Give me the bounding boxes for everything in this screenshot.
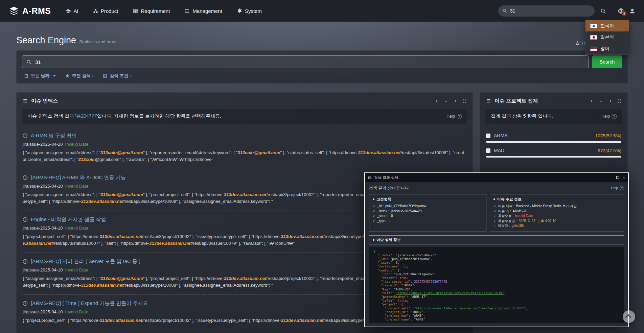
- question-icon: ?: [620, 186, 624, 190]
- chevron-left-icon[interactable]: [590, 99, 594, 103]
- us-flag-icon: [590, 47, 597, 51]
- brand-logo-icon: [9, 6, 19, 16]
- main-search-field[interactable]: [22, 55, 589, 68]
- filter-condition[interactable]: 검색 조건 :: [103, 73, 131, 79]
- json-line: "parentReqKey": "ARMS-17",: [374, 295, 619, 299]
- project-count: 1075(52.5%): [595, 133, 621, 138]
- json-line: "sortValues": [],: [374, 265, 619, 268]
- json-line: "_id": "puN_YZYBaKa7OYiqwohw",: [374, 257, 619, 261]
- issue-title-link[interactable]: [ARMS-REQ] ( Time ) Expand 기능을 만들어 주세요: [31, 300, 148, 307]
- lang-option-kr[interactable]: 한국어: [585, 20, 629, 31]
- expand-icon[interactable]: [617, 99, 621, 103]
- issue-index-name: jiraissue-2025-04-10: [23, 267, 63, 272]
- lang-option-jp[interactable]: 일본어: [585, 31, 629, 43]
- lang-option-us[interactable]: 영어: [585, 43, 629, 54]
- navbar-search-button[interactable]: [600, 8, 606, 14]
- panel-title: 이슈 인덱스: [31, 98, 58, 104]
- help-link[interactable]: Help ?: [611, 186, 624, 190]
- help-link[interactable]: Help ?: [601, 114, 617, 119]
- chevron-right-icon[interactable]: [453, 99, 457, 103]
- field-value: gkfn185: [512, 223, 524, 229]
- result-count-link[interactable]: 총2047건: [76, 113, 96, 119]
- issue-title-link[interactable]: A-RMS 팀 구성 확인: [31, 133, 77, 139]
- expand-icon[interactable]: [462, 99, 466, 103]
- project-agg-panel-header: 이슈 프로젝트 집계: [480, 93, 627, 108]
- json-line: "project_name": "ARMS": [374, 318, 619, 322]
- field-label: _score :: [377, 214, 389, 219]
- issue-date-note: Invalid Date: [65, 142, 89, 147]
- project-progressbar: [486, 156, 621, 158]
- question-icon: ?: [457, 114, 462, 119]
- navbar-search-input[interactable]: [510, 8, 590, 14]
- detail-field: ✓이슈 제목 :Backend - Middle Proxy Redis 추가 …: [493, 204, 620, 209]
- chevron-left-icon[interactable]: [435, 99, 439, 103]
- project-agg-list: ARMS1075(52.5%)MAD972(47.5%): [480, 127, 627, 164]
- chevron-down-icon[interactable]: [444, 99, 448, 103]
- help-link[interactable]: Help ?: [446, 114, 462, 119]
- project-count: 972(47.5%): [598, 148, 621, 153]
- issue-title-link[interactable]: [ARMS-REQ] 서버 관리 ( Server 모듈 및 IaC 등 ): [31, 258, 140, 265]
- nav-product[interactable]: Product: [93, 8, 118, 14]
- list-icon: [486, 98, 491, 103]
- issue-item[interactable]: A-RMS 팀 구성 확인jiraissue-2025-04-10Invalid…: [22, 127, 467, 169]
- issue-title-link[interactable]: [ARMS-REQ] A-RMS 와 A-DOC 연동 기능: [31, 174, 126, 181]
- json-line: "project_key": "ARMS",: [374, 314, 619, 318]
- issue-date-note: Invalid Date: [65, 267, 89, 272]
- panel-title: 이슈 프로젝트 집계: [495, 98, 538, 104]
- progress-fill: [486, 141, 621, 143]
- field-label: 최종수정 :: [498, 214, 513, 219]
- json-line: "issueId": "10019",: [374, 284, 619, 287]
- lang-label: 영어: [600, 46, 610, 52]
- scroll-top-button[interactable]: [623, 310, 635, 323]
- user-icon[interactable]: [629, 8, 635, 14]
- json-line: "_index": "jiraissue-2025-04-23",: [374, 254, 619, 257]
- bullet-icon: [373, 198, 374, 200]
- detail-field: ✓_id :puN_YZYBaKa7OYiqwohw: [373, 204, 483, 209]
- lang-label: 일본어: [600, 34, 614, 40]
- modal-window-controls: — ×: [609, 176, 625, 180]
- main-search-input[interactable]: [35, 59, 584, 65]
- language-dropdown: 한국어일본어영어: [585, 20, 629, 55]
- modal-body: 검색 결과 상세 입니다. Help ? 고정항목 ✓_id :puN_YZYB…: [365, 182, 628, 327]
- field-value: Invalid Date: [515, 214, 533, 219]
- maximize-icon[interactable]: [616, 176, 619, 179]
- field-label: 이슈 키 :: [498, 209, 511, 214]
- filter-label: 추천 검색 :: [72, 73, 94, 79]
- chevron-right-icon[interactable]: [608, 99, 612, 103]
- nav-label: Requirement: [141, 8, 170, 14]
- nav-label: System: [245, 8, 262, 14]
- page-header: Search EngineStatistics and more Home > …: [16, 35, 628, 46]
- minimize-icon[interactable]: —: [609, 176, 613, 180]
- nav-ai[interactable]: Ai: [66, 8, 78, 14]
- language-globe-icon[interactable]: 3: [618, 8, 624, 14]
- issue-index-name: jiraissue-2025-04-10: [23, 142, 63, 147]
- detail-field: ✓담당자 :gkfn185: [493, 223, 620, 229]
- chevron-down-icon[interactable]: [599, 99, 603, 103]
- field-label: _id :: [377, 204, 384, 209]
- nav-requirement[interactable]: Requirement: [133, 8, 170, 14]
- brand[interactable]: A-RMS: [9, 6, 51, 16]
- json-line: "jira_server_id": 337575487592077443,: [374, 280, 619, 284]
- issue-title-link[interactable]: Engine - 비회원 게시판 샘플 작업: [31, 216, 106, 223]
- navbar-search-field[interactable]: [498, 5, 595, 17]
- nav-management[interactable]: Management: [185, 8, 222, 14]
- json-line: "key": "ARMS-20",: [374, 288, 619, 291]
- nav-system[interactable]: System: [237, 8, 262, 14]
- navbar-divider: [612, 8, 612, 14]
- project-checkbox[interactable]: [486, 148, 490, 153]
- question-icon: ?: [612, 114, 617, 119]
- window-icon: [368, 176, 372, 180]
- field-label: _index :: [377, 209, 389, 214]
- issue-detail-json[interactable]: { "_index": "jiraissue-2025-04-23", "_id…: [369, 247, 624, 324]
- filter-recommend[interactable]: 추천 검색 :: [65, 73, 94, 79]
- field-label: 최종수정일 :: [498, 219, 517, 224]
- close-icon[interactable]: ×: [623, 176, 625, 180]
- field-label: 담당자 :: [498, 223, 510, 229]
- project-checkbox[interactable]: [486, 134, 490, 138]
- filter-calendar[interactable]: 모든 날짜: [24, 73, 56, 79]
- search-button[interactable]: Search: [592, 55, 622, 68]
- page-root: A-RMS AiProductRequirementManagementSyst…: [0, 0, 644, 333]
- summary-text: 집계 결과 상위 5 항목 입니다.: [491, 113, 553, 119]
- json-line: "isReq": false,: [374, 299, 619, 303]
- modal-titlebar[interactable]: 검색 결과 상세 — ×: [365, 173, 628, 182]
